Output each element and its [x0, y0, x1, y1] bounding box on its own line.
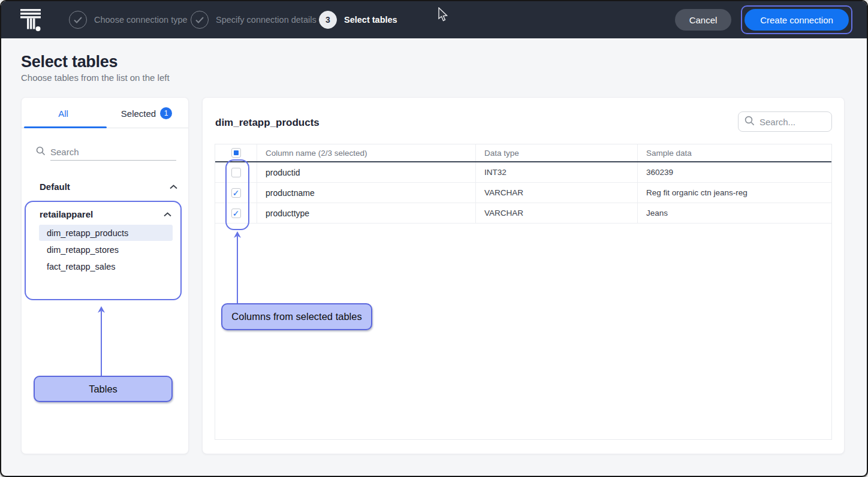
column-row-productname: productname VARCHAR Reg fit organic ctn …: [215, 183, 831, 203]
tab-all[interactable]: All: [22, 98, 105, 129]
column-name-header: Column name (2/3 selected): [257, 144, 476, 161]
data-type-cell: INT32: [476, 162, 638, 182]
step-done-check-icon: [191, 11, 209, 29]
group-default[interactable]: Default: [40, 179, 177, 194]
columns-panel: dim_retapp_products Column name (2/3 sel…: [202, 97, 845, 454]
step-label: Specify connection details: [216, 15, 317, 25]
search-icon: [745, 116, 755, 128]
columns-table-header: Column name (2/3 selected) Data type Sam…: [215, 144, 831, 162]
schema-retailapparel[interactable]: retailapparel: [40, 207, 171, 221]
tab-selected-label: Selected: [121, 108, 156, 119]
column-name-cell: producttype: [257, 203, 476, 223]
columns-search: [738, 111, 832, 132]
columns-callout: Columns from selected tables: [221, 303, 372, 330]
step-number: 3: [319, 11, 337, 29]
group-label: Default: [40, 182, 70, 192]
wizard-header: Choose connection type Specify connectio…: [1, 1, 867, 38]
page-title: Select tables: [21, 53, 117, 71]
data-type-cell: VARCHAR: [476, 183, 638, 203]
create-connection-button[interactable]: Create connection: [745, 9, 849, 31]
selected-table-title: dim_retapp_products: [215, 117, 320, 129]
column-row-producttype: producttype VARCHAR Jeans: [215, 203, 831, 224]
sample-data-cell: Jeans: [638, 203, 831, 223]
data-type-cell: VARCHAR: [476, 203, 638, 223]
tab-selected[interactable]: Selected 1: [105, 98, 188, 129]
data-type-header: Data type: [476, 144, 638, 161]
columns-annotation-outline: [225, 159, 249, 230]
sidebar-table-dim-retapp-products[interactable]: dim_retapp_products: [39, 225, 173, 241]
mouse-cursor-icon: [437, 7, 449, 25]
sidebar-tabs: All Selected 1: [22, 98, 188, 129]
sample-data-cell: 360239: [638, 162, 831, 182]
tables-sidebar: All Selected 1 Default retailapparel: [21, 97, 189, 454]
schema-label: retailapparel: [40, 209, 93, 219]
selected-count-badge: 1: [160, 107, 172, 119]
sidebar-table-fact-retapp-sales[interactable]: fact_retapp_sales: [39, 258, 173, 274]
tables-annotation-arrow: [96, 306, 107, 377]
sidebar-search: [36, 143, 176, 161]
sample-data-cell: Reg fit organic ctn jeans-reg: [638, 183, 831, 203]
columns-search-input[interactable]: [760, 117, 825, 127]
create-connection-annotation-outline: Create connection: [741, 5, 852, 34]
step-select-tables: 3 Select tables: [319, 11, 397, 29]
step-label: Choose connection type: [94, 15, 188, 25]
tab-all-label: All: [58, 108, 68, 119]
thoughtspot-logo-icon: [19, 8, 42, 35]
app-window: Choose connection type Specify connectio…: [0, 0, 868, 477]
active-tab-underline: [24, 126, 107, 128]
tables-callout: Tables: [34, 376, 173, 402]
column-name-cell: productname: [257, 183, 476, 203]
select-all-checkbox[interactable]: [231, 148, 241, 158]
chevron-up-icon[interactable]: [170, 181, 177, 192]
step-specify-connection-details: Specify connection details: [191, 11, 317, 29]
cancel-button[interactable]: Cancel: [675, 9, 731, 31]
step-label: Select tables: [344, 15, 397, 25]
page-subtitle: Choose tables from the list on the left: [21, 73, 170, 83]
column-row-productid: productid INT32 360239: [215, 162, 831, 183]
sidebar-search-input[interactable]: [50, 144, 176, 161]
step-done-check-icon: [69, 11, 87, 29]
sample-data-header: Sample data: [638, 144, 831, 161]
columns-table: Column name (2/3 selected) Data type Sam…: [215, 144, 832, 440]
step-choose-connection-type: Choose connection type: [69, 11, 188, 29]
search-icon: [36, 146, 46, 158]
sidebar-table-dim-retapp-stores[interactable]: dim_retapp_stores: [39, 241, 173, 258]
column-name-cell: productid: [257, 162, 476, 182]
chevron-up-icon[interactable]: [164, 209, 171, 219]
